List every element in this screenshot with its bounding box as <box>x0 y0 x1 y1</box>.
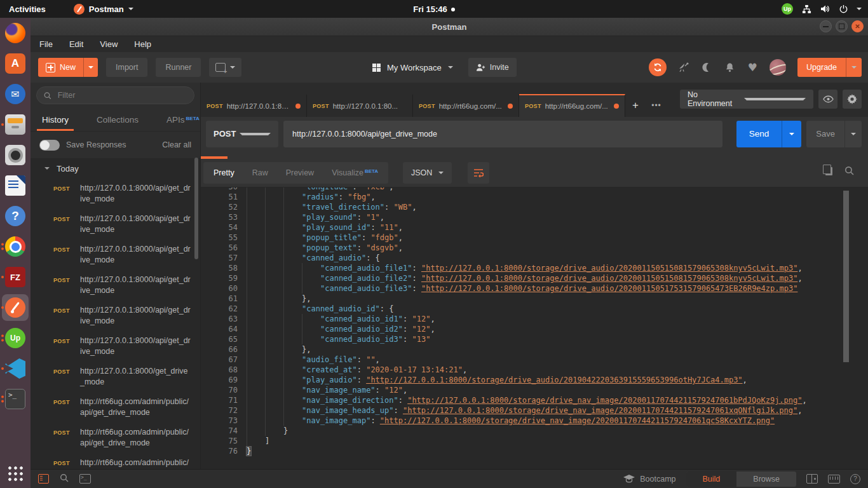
help-icon[interactable]: ? <box>850 474 860 484</box>
new-button[interactable]: New <box>38 58 98 77</box>
build-tab[interactable]: Build <box>686 471 737 487</box>
dock-item-help[interactable] <box>0 201 31 231</box>
tab-options-button[interactable]: ••• <box>646 94 667 117</box>
settings-button[interactable] <box>843 90 862 109</box>
clear-all-button[interactable]: Clear all <box>162 140 191 149</box>
history-item[interactable]: POSThttp://127.0.0.1:8000/api/get_drive_… <box>31 209 200 240</box>
response-view-tab-raw[interactable]: Raw <box>243 162 277 184</box>
avatar[interactable] <box>770 59 786 76</box>
request-tab[interactable]: POSThttp://rt66ug.com/... <box>413 94 519 117</box>
keyboard-shortcuts-icon[interactable] <box>828 475 840 484</box>
invite-button[interactable]: Invite <box>468 58 517 77</box>
request-tab[interactable]: POSThttp://127.0.0.1:80... <box>201 94 307 117</box>
console-icon[interactable] <box>79 474 91 484</box>
minimize-button[interactable] <box>820 20 832 32</box>
method-selector[interactable]: POST <box>206 121 278 147</box>
history-item[interactable]: POSThttp://127.0.0.1:8000/api/get_drive_… <box>31 301 200 331</box>
link-value[interactable]: "http://127.0.0.1:8000/storage/drive_nav… <box>407 396 802 405</box>
new-tab-button[interactable]: + <box>625 94 646 117</box>
upgrade-dropdown[interactable] <box>846 58 862 77</box>
find-icon[interactable] <box>60 473 69 485</box>
history-item[interactable]: POSThttp://127.0.0.1:8000/api/get_drive_… <box>31 240 200 270</box>
save-button[interactable]: Save <box>806 121 862 147</box>
toggle-sidebar-icon[interactable] <box>38 474 49 484</box>
moon-icon[interactable] <box>701 62 712 73</box>
copy-icon[interactable] <box>825 167 832 175</box>
api-network-icon[interactable] <box>678 62 689 73</box>
dock-item-filezilla[interactable] <box>0 262 31 292</box>
response-view-tab-visualize[interactable]: VisualizeBETA <box>323 162 387 184</box>
history-item[interactable]: POSThttp://rt66ug.com/admin/public/api/g… <box>31 453 200 469</box>
new-dropdown[interactable] <box>83 58 98 77</box>
request-tab[interactable]: POSThttp://rt66ug.com/... <box>519 94 625 117</box>
link-value[interactable]: "http://127.0.0.1:8000/storage/drive_nav… <box>380 416 775 425</box>
response-format-selector[interactable]: JSON <box>403 162 452 184</box>
dock-item-vscode[interactable] <box>0 353 31 384</box>
dock-item-ubuntu-software[interactable] <box>0 48 31 79</box>
maximize-button[interactable] <box>836 20 848 32</box>
upgrade-button[interactable]: Upgrade <box>797 58 862 77</box>
send-button[interactable]: Send <box>736 121 802 147</box>
link-value[interactable]: "http://127.0.0.1:8000/storage/drive_nav… <box>403 406 797 415</box>
show-applications-icon[interactable] <box>7 465 24 482</box>
system-tray[interactable]: Up <box>782 0 862 18</box>
open-new-button[interactable] <box>209 58 241 77</box>
runner-button[interactable]: Runner <box>156 58 201 77</box>
dock-item-file-manager[interactable] <box>0 109 31 140</box>
environment-quick-look-button[interactable] <box>818 90 837 109</box>
upwork-tray-icon[interactable]: Up <box>782 3 793 15</box>
link-value[interactable]: "http://127.0.0.1:8000/storage/drive_aud… <box>366 376 742 384</box>
save-responses-toggle[interactable] <box>39 140 60 151</box>
sidebar-tab-collections[interactable]: Collections <box>97 108 139 131</box>
sidebar-tab-apis[interactable]: APIsBETA <box>166 108 200 131</box>
save-dropdown[interactable] <box>844 121 862 147</box>
dock-item-rhythmbox[interactable] <box>0 140 31 170</box>
history-group-today[interactable]: Today <box>31 158 200 179</box>
sync-icon[interactable] <box>649 58 667 76</box>
response-search-icon[interactable] <box>844 166 854 178</box>
menu-file[interactable]: File <box>39 39 53 49</box>
workspace-selector[interactable]: My Workspace Invite <box>372 58 517 77</box>
environment-selector[interactable]: No Environment <box>680 90 813 109</box>
line-number: 56 <box>208 243 238 253</box>
history-item[interactable]: POSThttp://rt66ug.com/admin/public/api/g… <box>31 423 200 453</box>
close-button[interactable]: ✕ <box>851 20 864 32</box>
response-body[interactable]: 50"longitude": "fxcb",51"radius": "fbg",… <box>201 187 868 469</box>
link-value[interactable]: "http://127.0.0.1:8000/storage/drive_aud… <box>421 274 797 283</box>
import-button[interactable]: Import <box>106 58 147 77</box>
two-pane-view-icon[interactable] <box>806 474 818 484</box>
dock-item-chrome[interactable] <box>0 231 31 262</box>
wrap-text-button[interactable] <box>468 162 489 184</box>
dock-item-postman[interactable] <box>0 292 31 323</box>
filter-search[interactable] <box>36 86 194 104</box>
menu-view[interactable]: View <box>100 39 118 49</box>
filter-input[interactable] <box>57 90 187 100</box>
response-view-tab-pretty[interactable]: Pretty <box>205 162 243 184</box>
clock[interactable]: Fri 15:46 <box>0 4 868 14</box>
menu-help[interactable]: Help <box>134 39 151 49</box>
send-dropdown[interactable] <box>782 121 801 147</box>
history-item[interactable]: POSThttp://127.0.0.1:8000/api/get_drive_… <box>31 270 200 301</box>
dock-item-terminal[interactable] <box>0 384 31 414</box>
sidebar-tab-history[interactable]: History <box>42 108 69 131</box>
request-tab[interactable]: POSThttp://127.0.0.1:80... <box>307 94 413 117</box>
bootcamp-button[interactable]: Bootcamp <box>623 475 675 484</box>
dock-item-thunderbird[interactable] <box>0 79 31 109</box>
sidebar-scrollbar[interactable] <box>194 158 198 259</box>
browse-tab[interactable]: Browse <box>736 471 796 487</box>
response-view-tab-preview[interactable]: Preview <box>277 162 323 184</box>
link-value[interactable]: "http://127.0.0.1:8000/storage/drive_aud… <box>421 264 797 273</box>
heart-icon[interactable]: ♥ <box>747 62 758 73</box>
url-input[interactable] <box>283 121 722 147</box>
menu-edit[interactable]: Edit <box>69 39 83 49</box>
response-scrollbar[interactable] <box>843 191 849 362</box>
history-item[interactable]: POSThttp://127.0.0.1:8000/api/get_drive_… <box>31 179 200 209</box>
link-value[interactable]: "http://127.0.0.1:8000/storage/drive_aud… <box>421 284 797 293</box>
dock-item-upwork[interactable] <box>0 323 31 353</box>
history-item[interactable]: POSThttp://rt66ug.com/admin/public/api/g… <box>31 392 200 423</box>
dock-item-libreoffice-writer[interactable] <box>0 170 31 201</box>
bell-icon[interactable] <box>724 62 735 73</box>
history-item[interactable]: POSThttp://127.0.0.1:8000/get_drive_mode <box>31 362 200 392</box>
history-item[interactable]: POSThttp://127.0.0.1:8000/api/get_drive_… <box>31 331 200 362</box>
dock-item-firefox[interactable] <box>0 18 31 48</box>
